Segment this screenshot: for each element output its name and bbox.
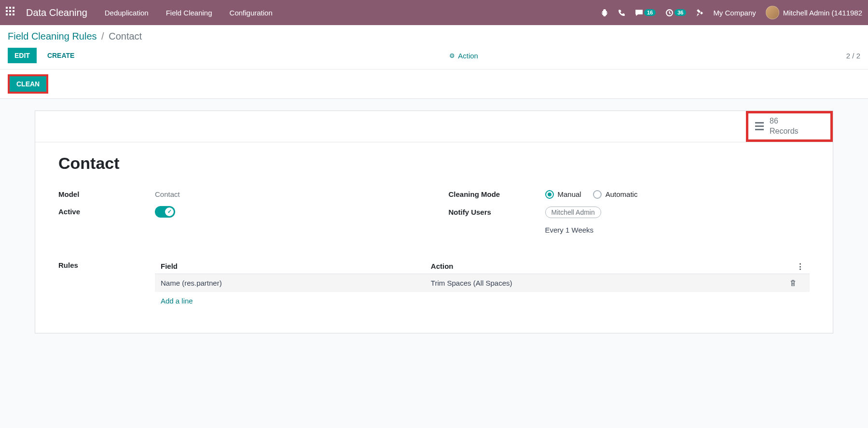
form-col-left: Model Contact Active ✓ bbox=[58, 190, 420, 242]
phone-icon[interactable] bbox=[618, 9, 625, 16]
stat-label: Records bbox=[770, 126, 799, 137]
model-label: Model bbox=[58, 190, 155, 198]
notify-users-row: Notify Users Mitchell Admin bbox=[449, 207, 810, 218]
user-menu[interactable]: Mitchell Admin (1411982 bbox=[766, 6, 862, 19]
apps-icon[interactable] bbox=[6, 7, 17, 18]
statusbar: CLEAN bbox=[0, 69, 868, 99]
app-title[interactable]: Data Cleaning bbox=[26, 7, 87, 18]
cleaning-mode-radios: Manual Automatic bbox=[545, 190, 638, 199]
notify-freq-row: Every 1 Weeks bbox=[449, 226, 810, 234]
stat-text: 86 Records bbox=[770, 116, 799, 137]
bug-icon[interactable] bbox=[601, 9, 608, 16]
add-line-button[interactable]: Add a line bbox=[155, 292, 810, 310]
breadcrumb: Field Cleaning Rules / Contact bbox=[8, 31, 860, 42]
trash-icon bbox=[789, 279, 797, 287]
rules-section: Rules Field Action ⋮ Name (res.partner) … bbox=[58, 259, 810, 310]
rules-table: Field Action ⋮ Name (res.partner) Trim S… bbox=[155, 259, 810, 310]
notify-users-label: Notify Users bbox=[449, 208, 545, 216]
gear-icon: ⚙ bbox=[449, 52, 455, 59]
user-name: Mitchell Admin (1411982 bbox=[783, 9, 862, 17]
model-value: Contact bbox=[155, 190, 180, 198]
nav-field-cleaning[interactable]: Field Cleaning bbox=[166, 9, 212, 17]
row-action: Trim Spaces (All Spaces) bbox=[431, 279, 789, 287]
action-dropdown[interactable]: ⚙ Action bbox=[449, 52, 478, 60]
check-icon: ✓ bbox=[165, 207, 174, 216]
clean-button-highlight: CLEAN bbox=[8, 74, 48, 94]
header-field: Field bbox=[161, 262, 431, 271]
stat-count: 86 bbox=[770, 116, 799, 126]
delete-row-button[interactable] bbox=[789, 279, 804, 287]
page-title: Contact bbox=[58, 154, 810, 173]
breadcrumb-parent[interactable]: Field Cleaning Rules bbox=[8, 31, 97, 41]
rules-header: Field Action ⋮ bbox=[155, 259, 810, 274]
radio-icon bbox=[545, 190, 554, 199]
notify-users-value: Mitchell Admin bbox=[545, 207, 601, 218]
active-toggle[interactable]: ✓ bbox=[155, 206, 175, 218]
action-label: Action bbox=[458, 52, 478, 60]
conversations-badge: 16 bbox=[644, 9, 656, 16]
avatar bbox=[766, 6, 779, 19]
radio-automatic[interactable]: Automatic bbox=[593, 190, 638, 199]
table-row[interactable]: Name (res.partner) Trim Spaces (All Spac… bbox=[155, 274, 810, 292]
top-nav: Deduplication Field Cleaning Configurati… bbox=[105, 9, 273, 17]
activities-badge: 36 bbox=[675, 9, 686, 16]
pager[interactable]: 2 / 2 bbox=[846, 52, 860, 60]
active-label: Active bbox=[58, 207, 155, 216]
breadcrumb-separator: / bbox=[101, 31, 104, 41]
row-field: Name (res.partner) bbox=[161, 279, 431, 287]
form-grid: Model Contact Active ✓ Cleaning Mode bbox=[58, 190, 810, 242]
radio-manual-label: Manual bbox=[558, 190, 581, 198]
form-body: Contact Model Contact Active ✓ bbox=[35, 142, 833, 333]
breadcrumb-current: Contact bbox=[109, 31, 142, 41]
header-action: Action bbox=[431, 262, 789, 271]
user-tag[interactable]: Mitchell Admin bbox=[545, 207, 601, 218]
edit-button[interactable]: EDIT bbox=[8, 48, 37, 63]
control-row: EDIT CREATE ⚙ Action 2 / 2 bbox=[8, 48, 860, 69]
cleaning-mode-label: Cleaning Mode bbox=[449, 190, 545, 198]
conversations-icon[interactable]: 16 bbox=[635, 9, 656, 17]
topbar: Data Cleaning Deduplication Field Cleani… bbox=[0, 0, 868, 25]
tools-icon[interactable] bbox=[696, 9, 703, 16]
radio-manual[interactable]: Manual bbox=[545, 190, 581, 199]
topbar-right: 16 36 My Company Mitchell Admin (1411982 bbox=[601, 6, 862, 19]
rules-label: Rules bbox=[58, 259, 155, 310]
control-bar: Field Cleaning Rules / Contact EDIT CREA… bbox=[0, 25, 868, 69]
records-stat-button[interactable]: 86 Records bbox=[746, 111, 833, 142]
kebab-icon[interactable]: ⋮ bbox=[789, 262, 804, 271]
nav-deduplication[interactable]: Deduplication bbox=[105, 9, 149, 17]
radio-automatic-label: Automatic bbox=[606, 190, 638, 198]
form-sheet: 86 Records Contact Model Contact Active bbox=[35, 110, 833, 333]
company-switcher[interactable]: My Company bbox=[713, 9, 756, 17]
list-icon bbox=[755, 122, 764, 130]
clean-button[interactable]: CLEAN bbox=[10, 76, 46, 92]
notify-frequency: Every 1 Weeks bbox=[545, 226, 594, 234]
cleaning-mode-row: Cleaning Mode Manual Automatic bbox=[449, 190, 810, 199]
active-row: Active ✓ bbox=[58, 206, 420, 218]
activities-icon[interactable]: 36 bbox=[665, 9, 686, 17]
stat-row: 86 Records bbox=[35, 111, 833, 142]
create-button[interactable]: CREATE bbox=[41, 48, 82, 63]
sheet-wrap: 86 Records Contact Model Contact Active bbox=[0, 99, 868, 345]
model-row: Model Contact bbox=[58, 190, 420, 198]
nav-configuration[interactable]: Configuration bbox=[230, 9, 273, 17]
form-col-right: Cleaning Mode Manual Automatic bbox=[449, 190, 810, 242]
radio-icon bbox=[593, 190, 602, 199]
